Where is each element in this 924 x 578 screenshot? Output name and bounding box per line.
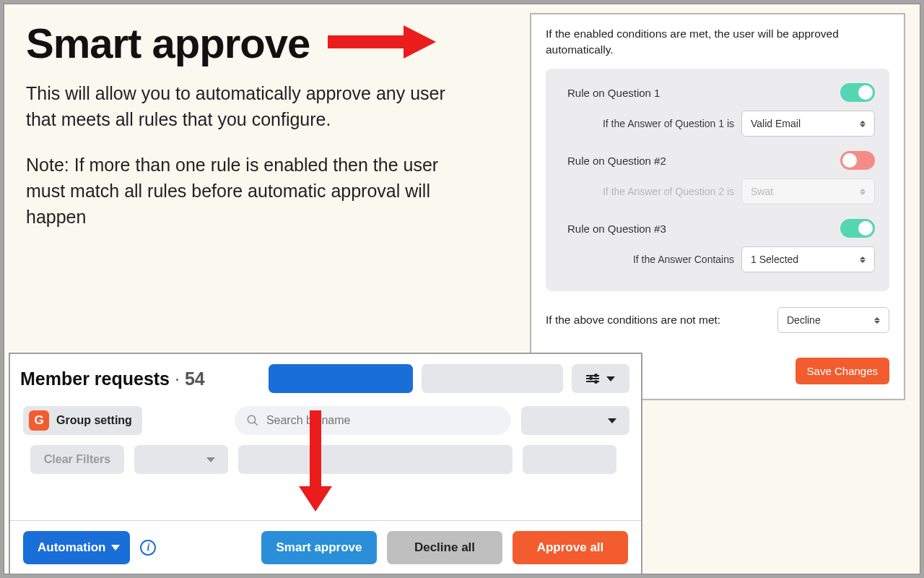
rule-2-condition-label: If the Answer of Question 2 is [603,186,734,197]
smart-approve-settings-panel: If the enabled conditions are met, the u… [530,13,905,400]
chevron-down-icon [111,545,120,551]
group-logo-icon: G [29,410,49,431]
filter-dropdown-1[interactable] [521,406,629,435]
arrow-right-icon [328,25,436,61]
rule-2-toggle[interactable] [840,151,875,170]
rule-2: Rule on Question #2 If the Answer of Que… [567,151,875,204]
rule-3-title: Rule on Question #3 [567,223,666,235]
svg-rect-0 [328,35,404,48]
info-icon[interactable]: i [140,540,156,556]
automation-label: Automation [38,540,105,555]
decline-all-button[interactable]: Decline all [387,531,502,564]
member-requests-count: 54 [185,368,205,389]
filter-dropdown-2[interactable] [134,445,228,474]
smart-approve-button[interactable]: Smart approve [261,531,377,564]
search-icon [246,414,259,427]
fallback-select-value: Decline [787,314,821,326]
chevron-down-icon [608,418,616,423]
svg-marker-1 [404,25,436,59]
primary-action-pill[interactable] [269,364,413,393]
settings-description: If the enabled conditions are met, the u… [546,26,889,57]
search-input[interactable] [266,414,500,427]
sort-caret-icon [860,256,866,263]
rule-1-select[interactable]: Valid Email [741,111,875,137]
rule-2-select: Swat [741,178,875,204]
svg-marker-5 [299,486,332,512]
search-input-wrap[interactable] [235,406,511,435]
chevron-down-icon [606,376,615,381]
rule-1: Rule on Question 1 If the Answer of Ques… [567,83,875,137]
rule-3: Rule on Question #3 If the Answer Contai… [567,219,875,272]
secondary-action-pill[interactable] [422,364,563,393]
group-setting-chip[interactable]: G Group setting [23,406,142,435]
approve-all-button[interactable]: Approve all [513,531,628,564]
clear-filters-button[interactable]: Clear Filters [30,445,124,474]
save-changes-button[interactable]: Save Changes [796,358,889,384]
group-setting-label: Group setting [56,414,132,427]
rule-3-condition-label: If the Answer Contains [633,254,734,265]
fallback-label: If the above conditions are not met: [546,314,720,327]
rules-container: Rule on Question 1 If the Answer of Ques… [546,69,889,291]
rule-1-condition-label: If the Answer of Question 1 is [603,118,734,129]
member-requests-panel: Member requests · 54 G Group setting [9,353,642,574]
member-requests-title: Member requests · 54 [20,368,205,389]
filter-chip-wide[interactable] [238,445,513,474]
rule-2-select-value: Swat [751,186,773,197]
intro-paragraph-1: This will allow you to automatically app… [26,80,474,133]
sort-caret-icon [860,189,866,195]
filter-chip-small[interactable] [523,445,616,474]
automation-button[interactable]: Automation [23,531,130,564]
rule-1-select-value: Valid Email [751,118,801,129]
settings-dropdown[interactable] [572,364,629,393]
sliders-icon [586,374,599,384]
sort-caret-icon [874,317,880,324]
page-title: Smart approve [26,19,310,67]
rule-3-select-value: 1 Selected [751,254,860,265]
intro-paragraph-2: Note: If more than one rule is enabled t… [26,152,474,230]
svg-point-2 [248,415,256,423]
rule-1-title: Rule on Question 1 [567,87,660,99]
sort-caret-icon [860,121,866,127]
member-requests-title-text: Member requests [20,368,170,389]
svg-line-3 [254,422,258,426]
rule-3-select[interactable]: 1 Selected [741,246,875,272]
fallback-select[interactable]: Decline [777,307,889,333]
rule-1-toggle[interactable] [840,83,875,102]
rule-3-toggle[interactable] [840,219,875,238]
chevron-down-icon [206,457,215,462]
rule-2-title: Rule on Question #2 [567,155,666,167]
